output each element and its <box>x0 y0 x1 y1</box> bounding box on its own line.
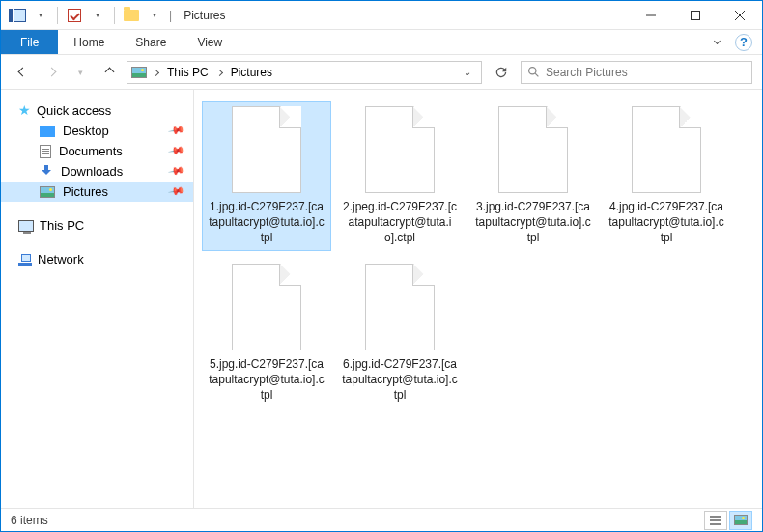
desktop-icon <box>40 126 55 137</box>
star-icon: ★ <box>18 102 31 118</box>
tab-share[interactable]: Share <box>120 30 182 54</box>
file-name: 2.jpeg.id-C279F237.[catapultacrypt@tuta.… <box>342 199 458 246</box>
close-button[interactable] <box>718 1 762 30</box>
sidebar-item-desktop[interactable]: Desktop 📌 <box>1 121 193 141</box>
explorer-window: ▾ ▾ ▾ | Pictures File Home Share View ? … <box>0 0 763 532</box>
svg-rect-1 <box>692 11 700 19</box>
navigation-row: ▾ This PC Pictures ⌄ Search Pictures <box>1 55 762 90</box>
forward-button[interactable] <box>40 61 63 84</box>
properties-checkbox-icon[interactable] <box>64 5 85 26</box>
sidebar-item-label: Desktop <box>63 124 109 138</box>
crumb-chevron-icon[interactable] <box>151 67 161 77</box>
title-separator: | <box>169 9 172 22</box>
pin-icon: 📌 <box>168 142 186 160</box>
qat-dropdown-icon[interactable]: ▾ <box>87 5 108 26</box>
svg-rect-7 <box>710 519 721 521</box>
sidebar-item-label: Pictures <box>63 184 108 199</box>
crumb-this-pc[interactable]: This PC <box>165 66 211 79</box>
file-item[interactable]: 3.jpg.id-C279F237.[catapultacrypt@tuta.i… <box>468 101 598 251</box>
file-item[interactable]: 6.jpg.id-C279F237.[catapultacrypt@tuta.i… <box>335 259 465 408</box>
qat-dropdown-icon[interactable]: ▾ <box>144 5 165 26</box>
tab-home[interactable]: Home <box>58 30 120 54</box>
maximize-button[interactable] <box>673 1 718 30</box>
ribbon-tabs: File Home Share View ? <box>1 30 762 55</box>
file-list[interactable]: 1.jpg.id-C279F237.[catapultacrypt@tuta.i… <box>194 90 762 508</box>
svg-rect-6 <box>710 516 721 518</box>
svg-line-5 <box>535 73 538 76</box>
ribbon-expand-icon[interactable] <box>704 30 729 54</box>
sidebar-item-downloads[interactable]: Downloads 📌 <box>1 161 193 182</box>
title-bar: ▾ ▾ ▾ | Pictures <box>1 1 762 30</box>
sidebar-label: This PC <box>40 218 84 233</box>
crumb-chevron-icon[interactable] <box>214 67 225 77</box>
blank-file-icon <box>232 264 301 350</box>
file-name: 5.jpg.id-C279F237.[catapultacrypt@tuta.i… <box>209 356 325 404</box>
blank-file-icon <box>365 106 435 193</box>
file-name: 1.jpg.id-C279F237.[catapultacrypt@tuta.i… <box>209 199 325 246</box>
pictures-icon <box>131 67 147 78</box>
qat-separator <box>57 7 58 24</box>
documents-icon <box>40 145 51 158</box>
status-item-count: 6 items <box>11 514 48 527</box>
body: ★ Quick access Desktop 📌 Documents 📌 Dow… <box>1 90 762 508</box>
sidebar-item-documents[interactable]: Documents 📌 <box>1 141 193 161</box>
address-bar[interactable]: This PC Pictures ⌄ <box>127 61 482 84</box>
file-item[interactable]: 4.jpg.id-C279F237.[catapultacrypt@tuta.i… <box>602 101 731 251</box>
refresh-button[interactable] <box>488 61 515 84</box>
file-item[interactable]: 2.jpeg.id-C279F237.[catapultacrypt@tuta.… <box>335 101 465 251</box>
explorer-app-icon <box>7 5 28 26</box>
crumb-pictures[interactable]: Pictures <box>229 66 274 79</box>
file-name: 3.jpg.id-C279F237.[catapultacrypt@tuta.i… <box>475 199 591 246</box>
search-icon <box>527 66 540 78</box>
blank-file-icon <box>232 106 301 193</box>
sidebar-this-pc[interactable]: This PC <box>1 215 193 236</box>
pin-icon: 📌 <box>168 162 186 181</box>
svg-point-4 <box>529 68 536 74</box>
qat-separator <box>114 7 115 24</box>
recent-dropdown-icon[interactable]: ▾ <box>69 61 92 84</box>
search-placeholder: Search Pictures <box>546 66 628 79</box>
network-icon <box>18 254 32 266</box>
pc-icon <box>18 220 34 232</box>
qat-dropdown-icon[interactable]: ▾ <box>30 5 51 26</box>
large-icons-view-button[interactable] <box>729 511 752 530</box>
file-name: 4.jpg.id-C279F237.[catapultacrypt@tuta.i… <box>608 199 724 246</box>
thumbnails-icon <box>734 515 748 525</box>
sidebar-label: Network <box>38 252 84 266</box>
status-bar: 6 items <box>1 508 762 531</box>
blank-file-icon <box>498 106 568 193</box>
downloads-icon <box>40 165 53 179</box>
sidebar-label: Quick access <box>37 103 111 118</box>
pin-icon: 📌 <box>168 182 186 201</box>
window-title: Pictures <box>184 9 225 22</box>
quick-access-toolbar: ▾ ▾ ▾ <box>1 5 165 26</box>
help-icon[interactable]: ? <box>735 34 752 51</box>
details-view-button[interactable] <box>704 511 727 530</box>
file-name: 6.jpg.id-C279F237.[catapultacrypt@tuta.i… <box>342 356 458 404</box>
view-toggles <box>704 511 752 530</box>
tab-view[interactable]: View <box>182 30 238 54</box>
up-button[interactable] <box>98 61 121 84</box>
address-history-dropdown-icon[interactable]: ⌄ <box>458 67 477 77</box>
sidebar-item-label: Documents <box>59 144 123 158</box>
window-controls <box>629 1 762 30</box>
navigation-pane: ★ Quick access Desktop 📌 Documents 📌 Dow… <box>1 90 194 508</box>
svg-rect-8 <box>710 523 721 525</box>
sidebar-network[interactable]: Network <box>1 249 193 269</box>
sidebar-item-label: Downloads <box>61 164 123 179</box>
sidebar-quick-access[interactable]: ★ Quick access <box>1 99 193 121</box>
pin-icon: 📌 <box>168 122 186 140</box>
minimize-button[interactable] <box>629 1 673 30</box>
search-input[interactable]: Search Pictures <box>521 61 752 84</box>
file-item[interactable]: 1.jpg.id-C279F237.[catapultacrypt@tuta.i… <box>202 101 331 251</box>
back-button[interactable] <box>11 61 34 84</box>
folder-icon <box>121 5 142 26</box>
pictures-icon <box>40 186 55 198</box>
file-item[interactable]: 5.jpg.id-C279F237.[catapultacrypt@tuta.i… <box>202 259 331 408</box>
blank-file-icon <box>365 264 435 350</box>
tab-file[interactable]: File <box>1 30 58 54</box>
blank-file-icon <box>632 106 701 193</box>
sidebar-item-pictures[interactable]: Pictures 📌 <box>1 182 193 202</box>
